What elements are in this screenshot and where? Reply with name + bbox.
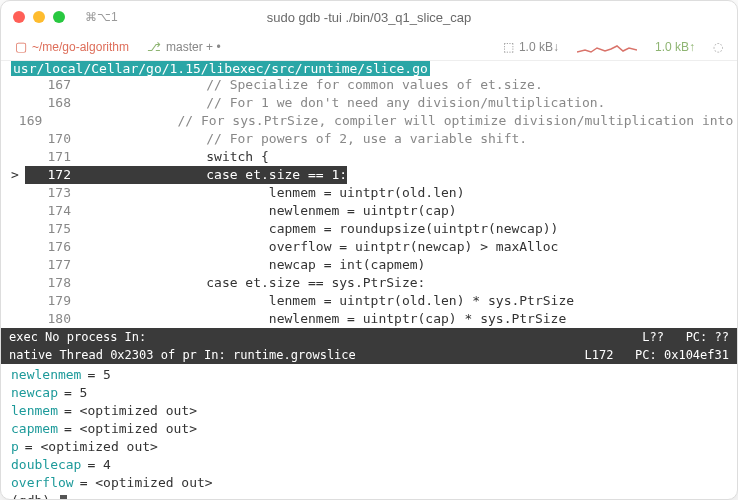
variable-row: lenmem= <optimized out> [11, 402, 727, 420]
source-text: // For sys.PtrSize, compiler will optimi… [52, 112, 737, 130]
code-line[interactable]: 175 capmem = roundupsize(uintptr(newcap)… [11, 220, 737, 238]
code-line[interactable]: 167 // Specialize for common values of e… [11, 76, 737, 94]
code-line[interactable]: 170 // For powers of 2, use a variable s… [11, 130, 737, 148]
net-down-segment: ⬚ 1.0 kB↓ [503, 40, 559, 54]
breakpoint-marker [11, 76, 25, 94]
source-path: usr/local/Cellar/go/1.15/libexec/src/run… [11, 61, 430, 76]
exec-status-right: L?? PC: ?? [642, 328, 729, 346]
code-listing[interactable]: 167 // Specialize for common values of e… [1, 76, 737, 328]
line-number: 170 [25, 130, 81, 148]
code-line[interactable]: 179 lenmem = uintptr(old.len) * sys.PtrS… [11, 292, 737, 310]
source-text: case et.size == sys.PtrSize: [81, 274, 737, 292]
breakpoint-marker [11, 202, 25, 220]
line-number: 172 [25, 166, 81, 184]
source-text: lenmem = uintptr(old.len) * sys.PtrSize [81, 292, 737, 310]
code-line[interactable]: >172 case et.size == 1: [11, 166, 737, 184]
line-number: 175 [25, 220, 81, 238]
sparkline-icon [577, 40, 637, 54]
variable-row: doublecap= 4 [11, 456, 727, 474]
code-line[interactable]: 176 overflow = uintptr(newcap) > maxAllo… [11, 238, 737, 256]
cwd-segment: ▢ ~/me/go-algorithm [15, 39, 129, 54]
line-number: 180 [25, 310, 81, 328]
source-text: // Specialize for common values of et.si… [81, 76, 737, 94]
breakpoint-marker [11, 220, 25, 238]
variable-value: = <optimized out> [25, 438, 158, 456]
git-branch: master + • [166, 40, 221, 54]
window-title: sudo gdb -tui ./bin/03_q1_slice_cap [1, 10, 737, 25]
git-segment: ⎇ master + • [147, 40, 221, 54]
net-up-segment: 1.0 kB↑ [655, 40, 695, 54]
variable-value: = 5 [64, 384, 87, 402]
variable-value: = 5 [87, 366, 110, 384]
thread-status-left: native Thread 0x2303 of pr In: runtime.g… [9, 346, 585, 364]
source-text: case et.size == 1: [81, 166, 737, 184]
line-number: 171 [25, 148, 81, 166]
code-line[interactable]: 178 case et.size == sys.PtrSize: [11, 274, 737, 292]
line-number: 174 [25, 202, 81, 220]
breakpoint-marker [11, 256, 25, 274]
gdb-console[interactable]: newlenmem= 5newcap= 5lenmem= <optimized … [1, 364, 737, 499]
breakpoint-marker: > [11, 166, 25, 184]
titlebar: ⌘⌥1 sudo gdb -tui ./bin/03_q1_slice_cap [1, 1, 737, 33]
folder-icon: ▢ [15, 39, 27, 54]
variable-value: = 4 [87, 456, 110, 474]
source-text: capmem = roundupsize(uintptr(newcap)) [81, 220, 737, 238]
source-text: switch { [81, 148, 737, 166]
source-text: newcap = int(capmem) [81, 256, 737, 274]
code-line[interactable]: 168 // For 1 we don't need any division/… [11, 94, 737, 112]
code-line[interactable]: 171 switch { [11, 148, 737, 166]
exec-status-left: exec No process In: [9, 328, 642, 346]
breakpoint-marker [11, 238, 25, 256]
line-number: 179 [25, 292, 81, 310]
variable-row: newcap= 5 [11, 384, 727, 402]
net-down-icon: ⬚ [503, 40, 514, 54]
source-text: // For powers of 2, use a variable shift… [81, 130, 737, 148]
sync-icon[interactable]: ◌ [713, 40, 723, 54]
variable-name: overflow [11, 474, 74, 492]
variable-name: doublecap [11, 456, 81, 474]
branch-icon: ⎇ [147, 40, 161, 54]
gdb-prompt[interactable]: (gdb) [11, 492, 727, 499]
cwd-path: ~/me/go-algorithm [32, 40, 129, 54]
variable-value: = <optimized out> [64, 420, 197, 438]
variable-row: overflow= <optimized out> [11, 474, 727, 492]
line-number: 176 [25, 238, 81, 256]
code-line[interactable]: 174 newlenmem = uintptr(cap) [11, 202, 737, 220]
status-bar: ▢ ~/me/go-algorithm ⎇ master + • ⬚ 1.0 k… [1, 33, 737, 61]
breakpoint-marker [11, 310, 25, 328]
thread-status-right: L172 PC: 0x104ef31 [585, 346, 730, 364]
breakpoint-marker [11, 130, 25, 148]
code-line[interactable]: 177 newcap = int(capmem) [11, 256, 737, 274]
line-number: 167 [25, 76, 81, 94]
breakpoint-marker [11, 184, 25, 202]
code-line[interactable]: 173 lenmem = uintptr(old.len) [11, 184, 737, 202]
variable-row: p= <optimized out> [11, 438, 727, 456]
line-number: 177 [25, 256, 81, 274]
exec-status-bar: exec No process In: L?? PC: ?? [1, 328, 737, 346]
thread-status-bar: native Thread 0x2303 of pr In: runtime.g… [1, 346, 737, 364]
line-number: 169 [19, 112, 52, 130]
source-pane: usr/local/Cellar/go/1.15/libexec/src/run… [1, 61, 737, 499]
variable-row: newlenmem= 5 [11, 366, 727, 384]
source-text: // For 1 we don't need any division/mult… [81, 94, 737, 112]
line-number: 178 [25, 274, 81, 292]
code-line[interactable]: 180 newlenmem = uintptr(cap) * sys.PtrSi… [11, 310, 737, 328]
cursor-icon [60, 495, 67, 500]
variable-name: lenmem [11, 402, 58, 420]
breakpoint-marker [11, 292, 25, 310]
variable-name: newcap [11, 384, 58, 402]
line-number: 173 [25, 184, 81, 202]
breakpoint-marker [11, 274, 25, 292]
variable-name: capmem [11, 420, 58, 438]
line-number: 168 [25, 94, 81, 112]
code-line[interactable]: 169 // For sys.PtrSize, compiler will op… [11, 112, 737, 130]
variable-value: = <optimized out> [80, 474, 213, 492]
source-text: newlenmem = uintptr(cap) * sys.PtrSize [81, 310, 737, 328]
variable-name: p [11, 438, 19, 456]
variable-name: newlenmem [11, 366, 81, 384]
source-text: overflow = uintptr(newcap) > maxAlloc [81, 238, 737, 256]
breakpoint-marker [11, 112, 19, 130]
source-text: lenmem = uintptr(old.len) [81, 184, 737, 202]
net-down: 1.0 kB↓ [519, 40, 559, 54]
terminal-window: ⌘⌥1 sudo gdb -tui ./bin/03_q1_slice_cap … [0, 0, 738, 500]
